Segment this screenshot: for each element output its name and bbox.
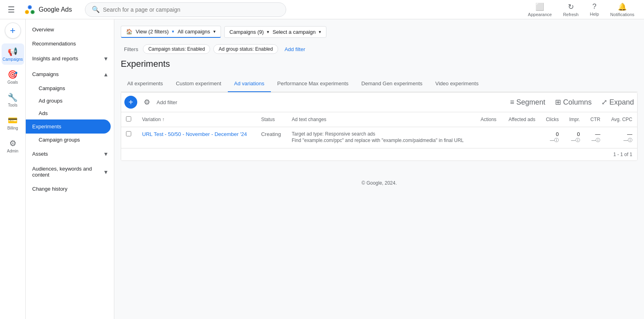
content-area: 🏠 View (2 filters) ▾ All campaigns ▾ Cam… (114, 19, 644, 319)
filter-chip-campaign-status[interactable]: Campaign status: Enabled (143, 44, 210, 54)
nav-item-campaign-groups[interactable]: Campaign groups (26, 134, 114, 146)
table-actions: ≡ Segment ⊞ Columns ⤢ Expand (507, 96, 637, 108)
nav-item-overview[interactable]: Overview (26, 23, 114, 37)
sort-asc-icon: ↑ (162, 117, 165, 122)
refresh-icon: ↻ (568, 2, 574, 11)
experiment-tabs: All experiments Custom experiment Ad var… (121, 76, 638, 92)
appearance-label: Appearance (528, 12, 552, 17)
nav-item-change-history[interactable]: Change history (26, 182, 114, 196)
campaign-dropdown[interactable]: Campaigns (9) ▾ Select a campaign ▾ (224, 26, 326, 38)
variation-link[interactable]: URL Test - 50/50 - November - December '… (142, 131, 247, 137)
appearance-button[interactable]: ⬜ Appearance (523, 1, 557, 19)
tab-video-experiments[interactable]: Video experiments (429, 76, 485, 92)
svg-point-3 (26, 11, 28, 13)
th-clicks: Clicks (540, 112, 564, 127)
chevron-up-icon: ▴ (104, 70, 107, 78)
notifications-button[interactable]: 🔔 Notifications (605, 1, 639, 19)
impr-value: 0 —ⓘ (568, 131, 580, 143)
nav-item-ads[interactable]: Ads (26, 107, 114, 119)
appearance-icon: ⬜ (535, 2, 544, 11)
columns-button[interactable]: ⊞ Columns (552, 96, 595, 108)
campaigns-icon-label: Campaigns (2, 57, 23, 62)
nav-group-audiences-keywords[interactable]: Audiences, keywords and content ▾ (26, 162, 114, 182)
svg-point-4 (29, 6, 31, 8)
campaign-dropdown-value: Select a campaign (272, 29, 316, 35)
page-header: Experiments (121, 59, 638, 69)
select-all-checkbox[interactable] (126, 116, 131, 121)
chevron-down-icon-2: ▾ (104, 150, 107, 158)
pagination: 1 - 1 of 1 (121, 148, 637, 161)
top-filter-row: 🏠 View (2 filters) ▾ All campaigns ▾ Cam… (121, 26, 638, 38)
row-actions-cell (476, 127, 502, 148)
add-filter-button[interactable]: Add filter (281, 45, 308, 54)
nav-group-assets[interactable]: Assets ▾ (26, 146, 114, 162)
campaigns-icon: 📢 (8, 47, 18, 56)
search-box[interactable]: 🔍 (85, 2, 286, 17)
th-status: Status (256, 112, 287, 127)
view-dropdown[interactable]: 🏠 View (2 filters) ▾ All campaigns ▾ (121, 26, 221, 38)
billing-icon-label: Billing (7, 126, 18, 130)
expand-button[interactable]: ⤢ Expand (598, 96, 637, 108)
search-input[interactable] (103, 6, 279, 13)
experiments-table-card: + ⚙ Add filter ≡ Segment ⊞ Columns ⤢ Exp… (121, 92, 638, 161)
notifications-label: Notifications (610, 12, 634, 17)
th-avg-cpc: Avg. CPC (605, 112, 637, 127)
tab-performance-max[interactable]: Performance Max experiments (271, 76, 355, 92)
menu-icon[interactable]: ☰ (5, 5, 18, 14)
add-experiment-button[interactable]: + (124, 96, 137, 109)
table-toolbar: + ⚙ Add filter ≡ Segment ⊞ Columns ⤢ Exp… (121, 93, 637, 112)
filter-chip-ad-group-status[interactable]: Ad group status: Enabled (213, 44, 278, 54)
refresh-label: Refresh (563, 12, 579, 17)
topbar: ☰ Google Ads 🔍 ⬜ Appearance ↻ Refresh ? … (0, 0, 644, 19)
page-title: Experiments (121, 59, 170, 69)
refresh-button[interactable]: ↻ Refresh (558, 1, 584, 19)
sidebar-item-goals[interactable]: 🎯 Goals (2, 66, 24, 88)
th-variation[interactable]: Variation ↑ (137, 112, 256, 127)
help-label: Help (590, 12, 599, 16)
nav-item-experiments[interactable]: Experiments (26, 119, 111, 134)
ad-text-line2: Find "example.com/ppc" and replace with … (292, 138, 471, 143)
admin-icon: ⚙ (9, 138, 17, 148)
sidebar-item-billing[interactable]: 💳 Billing (2, 112, 24, 134)
table-row: URL Test - 50/50 - November - December '… (121, 127, 637, 148)
nav-item-campaigns-sub[interactable]: Campaigns (26, 82, 114, 95)
nav-item-ad-groups[interactable]: Ad groups (26, 95, 114, 107)
filter-chip-campaign-status-label: Campaign status: Enabled (148, 46, 205, 52)
create-button[interactable]: + (5, 23, 21, 39)
row-ad-text-cell: Target ad type: Responsive search ads Fi… (287, 127, 476, 148)
segment-button[interactable]: ≡ Segment (507, 97, 549, 108)
row-checkbox[interactable] (126, 131, 131, 136)
nav-group-insights-reports[interactable]: Insights and reports ▾ (26, 51, 114, 66)
tab-all-experiments[interactable]: All experiments (121, 76, 169, 92)
tab-ad-variations[interactable]: Ad variations (228, 76, 271, 92)
row-status-cell: Creating (256, 127, 287, 148)
filter-chip-ad-group-status-label: Ad group status: Enabled (219, 46, 273, 52)
tools-icon-label: Tools (8, 103, 17, 107)
brand-name: Google Ads (39, 6, 72, 13)
row-checkbox-cell (121, 127, 137, 148)
tab-custom-experiment[interactable]: Custom experiment (169, 76, 228, 92)
home-icon: 🏠 (126, 29, 132, 35)
nav-group-campaigns[interactable]: Campaigns ▴ (26, 66, 114, 82)
search-icon: 🔍 (92, 6, 100, 13)
nav-item-recommendations[interactable]: Recommendations (26, 37, 114, 51)
sidebar-item-campaigns[interactable]: 📢 Campaigns (2, 43, 24, 65)
svg-point-5 (32, 11, 34, 13)
ctr-value: — —ⓘ (590, 131, 601, 143)
tab-demand-gen[interactable]: Demand Gen experiments (355, 76, 429, 92)
help-button[interactable]: ? Help (585, 1, 604, 18)
filters-label: Filters (124, 46, 138, 52)
sidebar-item-tools[interactable]: 🔧 Tools (2, 89, 24, 111)
add-filter-text[interactable]: Add filter (157, 99, 177, 105)
sidebar-item-admin[interactable]: ⚙ Admin (2, 135, 24, 156)
copyright-text: © Google, 2024. (361, 180, 397, 186)
filter-bar: Filters Campaign status: Enabled Ad grou… (121, 44, 638, 54)
clicks-value: 0 —ⓘ (545, 131, 559, 143)
ad-text-line1: Target ad type: Responsive search ads (292, 131, 471, 137)
th-actions: Actions (476, 112, 502, 127)
goals-icon: 🎯 (8, 70, 18, 79)
main-layout: + 📢 Campaigns 🎯 Goals 🔧 Tools 💳 Billing … (0, 19, 644, 319)
table-header-row: Variation ↑ Status Ad text changes Actio… (121, 112, 637, 127)
filter-icon-button[interactable]: ⚙ (140, 96, 153, 108)
logo: Google Ads (21, 4, 75, 15)
